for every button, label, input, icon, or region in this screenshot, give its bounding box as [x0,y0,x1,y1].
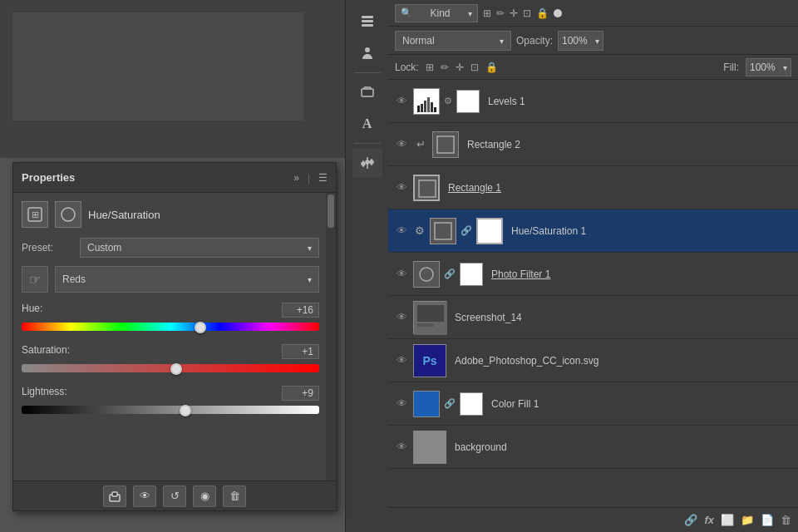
layer-eye-rect2[interactable]: 👁 [393,138,410,150]
blend-mode-select[interactable]: Normal [395,31,511,51]
layer-link-icon: ⚙ [415,224,425,237]
preset-value: Custom [87,242,121,254]
props-eye-btn[interactable]: 👁 [133,485,156,507]
svg-point-10 [370,160,373,164]
blend-mode-value: Normal [402,35,435,47]
layer-mask-cf [460,392,483,416]
kind-move-icon[interactable]: ✛ [510,7,518,19]
vertical-toolbar: A [345,0,388,532]
lock-all-icon[interactable]: 🔒 [485,62,498,73]
props-scrollbar[interactable] [326,193,336,510]
search-icon: 🔍 [401,7,412,18]
lock-artboard-icon[interactable]: ⊡ [470,62,479,73]
props-menu-icon[interactable]: ☰ [318,172,328,184]
opacity-input[interactable]: 100% [558,31,603,51]
layer-item-levels1[interactable]: 👁 ⚙ Levels 1 [388,80,798,123]
fx-icon[interactable]: fx [704,514,714,526]
hue-value[interactable]: +16 [282,303,319,318]
light-thumb[interactable] [180,405,191,416]
layer-eye-levels1[interactable]: 👁 [393,95,410,107]
new-layer-icon[interactable]: 📄 [761,514,774,526]
link-icon[interactable]: 🔗 [684,514,697,526]
delete-icon[interactable]: 🗑 [781,514,791,526]
kind-dot [554,9,562,17]
kind-lock-icon[interactable]: 🔒 [536,7,549,19]
layer-item-photofilter[interactable]: 👁 🔗 Photo Filter 1 [388,253,798,296]
layer-eye-colorfill[interactable]: 👁 [393,397,410,410]
props-icon-row: ⊞ Hue/Saturation [22,201,319,228]
channel-select[interactable]: Reds [55,266,319,293]
group-tool-btn[interactable] [352,77,382,107]
kind-select[interactable]: 🔍 Kind [395,4,478,22]
kind-brush-icon[interactable]: ✏ [496,7,505,19]
props-expand-icon[interactable]: » [293,172,299,184]
layer-name-rect1: Rectangle 1 [448,182,501,194]
layer-eye-rect1[interactable]: 👁 [393,181,410,194]
layer-eye-huesat[interactable]: 👁 [393,224,410,237]
lock-move-icon[interactable]: ✛ [456,62,464,73]
hue-header: Hue: +16 [22,303,319,318]
svg-text:⊞: ⊞ [32,209,39,219]
preset-chevron [308,242,312,254]
props-reset-btn[interactable]: ↺ [163,485,186,507]
kind-pixel-icon[interactable]: ⊞ [483,7,491,19]
light-value[interactable]: +9 [282,386,319,401]
layer-eye-background[interactable]: 👁 [393,441,410,453]
fill-label: Fill: [723,62,739,73]
layer-item-rect1[interactable]: 👁 Rectangle 1 [388,166,798,209]
sat-value[interactable]: +1 [282,344,319,359]
preset-select[interactable]: Custom [80,238,319,258]
opacity-value-text: 100% [562,35,588,47]
svg-rect-20 [435,223,451,239]
svg-point-21 [420,268,433,281]
layer-eye-photofilter[interactable]: 👁 [393,268,410,280]
svg-rect-12 [417,106,420,112]
layer-mask-levels1 [456,90,480,113]
opacity-chevron [595,35,599,47]
channel-row: ☞ Reds [22,266,319,293]
props-divider: | [308,172,310,184]
props-delete-btn[interactable]: 🗑 [223,485,246,507]
fill-input[interactable]: 100% [746,58,791,76]
layer-chain-pf: 🔗 [444,268,456,279]
layer-item-colorfill[interactable]: 👁 🔗 Color Fill 1 [388,382,798,426]
layer-item-psicon[interactable]: 👁 Ps Adobe_Photoshop_CC_icon.svg [388,339,798,382]
layer-mask-huesat [476,218,503,244]
svg-rect-2 [362,24,373,27]
lock-paint-icon[interactable]: ✏ [441,62,449,73]
sat-slider[interactable] [22,362,319,376]
svg-rect-15 [427,97,430,112]
layer-item-background[interactable]: 👁 background [388,426,798,469]
svg-rect-16 [431,102,433,112]
svg-point-9 [362,162,365,165]
layer-eye-psicon[interactable]: 👁 [393,354,410,367]
kind-transform-icon[interactable]: ⊡ [523,7,531,19]
layer-thumb-screenshot [413,301,446,334]
props-visibility-btn[interactable]: ◉ [193,485,216,507]
mask-icon[interactable]: ⬜ [721,514,734,526]
channel-value: Reds [62,273,86,285]
layer-item-huesat[interactable]: 👁 ⚙ 🔗 Hue/Saturation 1 [388,209,798,253]
adjustments-tool-btn[interactable] [352,148,382,178]
toolbar-divider-1 [354,72,381,73]
lock-transparency-icon[interactable]: ⊞ [426,62,434,73]
layer-eye-screenshot[interactable]: 👁 [393,311,410,323]
layers-tool-btn[interactable] [352,7,382,37]
props-layer-name: Hue/Saturation [88,209,160,221]
kind-label: Kind [430,7,450,19]
layer-name-rect2: Rectangle 2 [467,139,520,150]
sat-header: Saturation: +1 [22,344,319,359]
props-clip-btn[interactable] [103,485,126,507]
sat-thumb[interactable] [170,363,182,375]
person-tool-btn[interactable] [352,38,382,68]
hue-thumb[interactable] [195,322,206,333]
channel-chevron [308,273,312,285]
hue-slider[interactable] [22,321,319,334]
folder-icon[interactable]: 📁 [741,514,754,526]
text-tool-btn[interactable]: A [352,109,382,139]
channel-hand-btn[interactable]: ☞ [22,266,48,293]
layer-item-screenshot[interactable]: 👁 Screenshot_14 [388,296,798,339]
light-slider[interactable] [22,404,319,417]
hue-track-bg [22,323,319,331]
layer-item-rect2[interactable]: 👁 ↵ Rectangle 2 [388,123,798,166]
